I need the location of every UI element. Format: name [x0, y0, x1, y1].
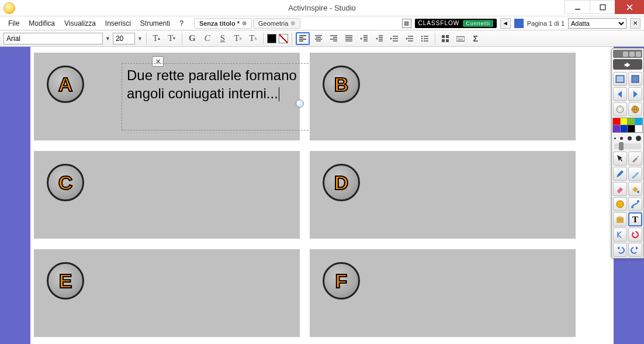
- slide-picker-icon[interactable]: ▦: [402, 19, 411, 28]
- close-button[interactable]: [615, 0, 644, 14]
- badge-f[interactable]: F: [323, 262, 360, 300]
- text-editor[interactable]: Due rette parallele formano angoli coniu…: [122, 63, 314, 130]
- color-swatch[interactable]: [621, 125, 628, 132]
- italic-button[interactable]: C: [201, 32, 214, 45]
- world-tool-icon[interactable]: [628, 102, 642, 116]
- eraser-tool-icon[interactable]: [613, 182, 627, 196]
- zoom-select[interactable]: Adatta: [568, 18, 626, 29]
- stroke-slider[interactable]: [614, 143, 641, 149]
- align-right-button[interactable]: [327, 32, 340, 45]
- indent-button[interactable]: [403, 32, 416, 45]
- color-swatch[interactable]: [628, 118, 635, 125]
- math-tool-icon[interactable]: [613, 228, 627, 242]
- color-swatch[interactable]: [635, 118, 642, 125]
- indent-decrease-button[interactable]: [358, 32, 371, 45]
- color-swatch[interactable]: [613, 118, 620, 125]
- fill-tool-icon[interactable]: [628, 182, 642, 196]
- share-button[interactable]: [613, 59, 642, 70]
- align-center-button[interactable]: [312, 32, 325, 45]
- panel-close-icon[interactable]: [636, 51, 641, 57]
- close-icon[interactable]: ⊗: [242, 20, 247, 26]
- reset-tool-icon[interactable]: [628, 228, 642, 242]
- slider-knob[interactable]: [619, 142, 624, 150]
- separator: [435, 33, 435, 44]
- tab-geometria[interactable]: Geometria ⊗: [253, 18, 300, 29]
- color-swatch[interactable]: [613, 125, 620, 132]
- undo-tool-icon[interactable]: [613, 243, 627, 257]
- outdent-button[interactable]: [388, 32, 401, 45]
- badge-a[interactable]: A: [47, 66, 84, 103]
- profile-tool-icon[interactable]: [628, 72, 642, 86]
- menu-file[interactable]: File: [4, 18, 24, 29]
- pen-tool-icon[interactable]: [613, 167, 627, 181]
- panel-roll-icon[interactable]: [629, 51, 635, 57]
- color-swatch[interactable]: [628, 125, 635, 132]
- menu-strumenti[interactable]: Strumenti: [136, 18, 175, 29]
- badge-letter: D: [334, 171, 349, 194]
- font-size-select[interactable]: [113, 33, 135, 44]
- underline-button[interactable]: S: [216, 32, 229, 45]
- card-d[interactable]: D: [310, 151, 576, 239]
- bold-button[interactable]: G: [186, 32, 199, 45]
- decrease-font-button[interactable]: T▾: [165, 32, 178, 45]
- menubar: File Modifica Visualizza Inserisci Strum…: [0, 16, 644, 30]
- prev-page-button[interactable]: ◄: [500, 18, 511, 29]
- prev-page-tool-icon[interactable]: [613, 87, 627, 101]
- text-tool-icon[interactable]: T: [628, 212, 642, 226]
- no-fill-swatch[interactable]: [279, 34, 288, 43]
- card-b[interactable]: B: [310, 53, 576, 140]
- bullet-list-button[interactable]: [418, 32, 431, 45]
- badge-e[interactable]: E: [47, 262, 84, 300]
- font-select[interactable]: [4, 33, 103, 44]
- panel-pin-icon[interactable]: [623, 51, 628, 57]
- sigma-button[interactable]: Σ: [469, 32, 482, 45]
- close-icon[interactable]: ⊗: [290, 20, 295, 26]
- align-left-button[interactable]: [296, 32, 310, 45]
- fullscreen-toggle-button[interactable]: ✕: [630, 18, 640, 29]
- shape-tool-icon[interactable]: [613, 197, 627, 211]
- color-swatch[interactable]: [621, 118, 628, 125]
- subscript-button[interactable]: Tx: [247, 32, 259, 45]
- page-thumbnail-icon[interactable]: [514, 19, 524, 28]
- redo-tool-icon[interactable]: [628, 243, 642, 257]
- minimize-button[interactable]: [565, 0, 590, 14]
- badge-b[interactable]: B: [323, 66, 360, 103]
- card-c[interactable]: C: [34, 151, 300, 239]
- menu-inserisci[interactable]: Inserisci: [101, 18, 136, 29]
- card-f[interactable]: F: [310, 249, 576, 337]
- connector-tool-icon[interactable]: [628, 197, 642, 211]
- resize-handle[interactable]: [296, 99, 304, 108]
- page[interactable]: A ✕ Due rette parallele formano angoli c…: [30, 47, 614, 344]
- card-a[interactable]: A ✕ Due rette parallele formano angoli c…: [34, 53, 300, 140]
- menu-help[interactable]: ?: [175, 18, 188, 29]
- play-tool-icon[interactable]: [613, 102, 627, 116]
- stroke-size-bar[interactable]: [613, 134, 642, 142]
- badge-c[interactable]: C: [47, 164, 84, 201]
- panel-header[interactable]: [613, 50, 642, 58]
- select-all-button[interactable]: [439, 32, 452, 45]
- badge-d[interactable]: D: [323, 164, 360, 201]
- color-swatch[interactable]: [635, 125, 642, 132]
- menu-visualizza[interactable]: Visualizza: [60, 18, 101, 29]
- next-page-tool-icon[interactable]: [628, 87, 642, 101]
- select-tool-icon[interactable]: [613, 152, 627, 166]
- canvas-area[interactable]: A ✕ Due rette parallele formano angoli c…: [0, 47, 644, 344]
- dropdown-icon[interactable]: ▼: [137, 36, 143, 42]
- superscript-button[interactable]: Tx: [231, 32, 244, 45]
- indent-increase-button[interactable]: [373, 32, 386, 45]
- menu-modifica[interactable]: Modifica: [24, 18, 60, 29]
- tab-untitled[interactable]: Senza titolo * ⊗: [194, 18, 252, 29]
- highlighter-tool-icon[interactable]: [628, 167, 642, 181]
- resource-tool-icon[interactable]: [613, 212, 627, 226]
- maximize-button[interactable]: [590, 0, 615, 14]
- justify-button[interactable]: [342, 32, 355, 45]
- increase-font-button[interactable]: T▴: [150, 32, 163, 45]
- tool-panel[interactable]: T: [611, 48, 644, 259]
- text-color-swatch[interactable]: [267, 34, 276, 43]
- card-e[interactable]: E: [34, 249, 300, 337]
- classflow-button[interactable]: CLASSFLOW Connetti: [415, 19, 497, 28]
- tools-menu-icon[interactable]: [628, 152, 642, 166]
- menu-tool-icon[interactable]: [613, 72, 627, 86]
- dropdown-icon[interactable]: ▼: [105, 36, 110, 42]
- keyboard-button[interactable]: [454, 32, 467, 45]
